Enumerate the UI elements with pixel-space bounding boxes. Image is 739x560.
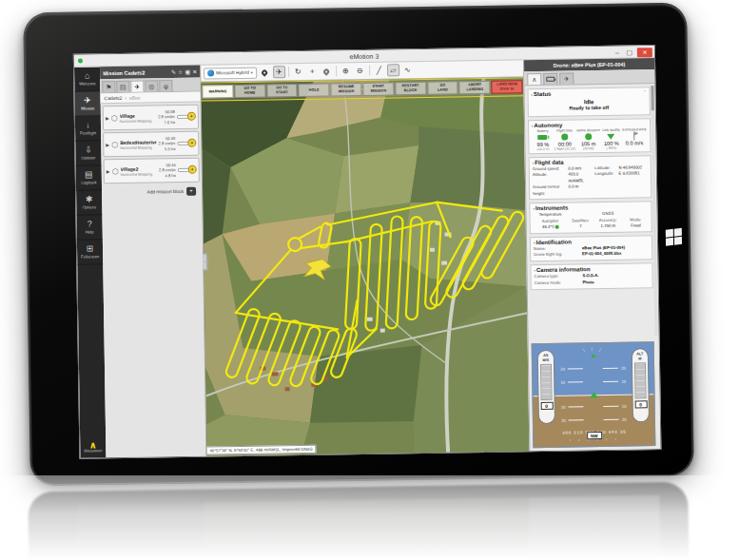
- altitude-value: 0: [634, 400, 647, 408]
- mission-tabs: ⚑ ▤ ✈ ◎ ψ: [100, 78, 200, 94]
- nav-item-help[interactable]: ?Help: [76, 215, 102, 240]
- close-button[interactable]: ✕: [637, 48, 652, 57]
- drone-panel-sections[interactable]: Status ⌃ Idle Ready to take off Autonomy…: [524, 84, 658, 339]
- drone-badge-icon[interactable]: ✈: [187, 139, 196, 147]
- mission-block-list: ▶ ⬡ Village Horizontal Mapping 56:08 2.8…: [101, 103, 203, 203]
- roll-pointer-icon: [590, 354, 595, 357]
- minimize-button[interactable]: –: [613, 48, 622, 57]
- battery-tab[interactable]: [543, 73, 557, 85]
- airspeed-value: 0: [540, 402, 553, 410]
- tab-takeoff[interactable]: ⚑: [102, 81, 115, 92]
- go-to-home-button[interactable]: GO TOHOME: [234, 85, 265, 99]
- toolbar-separator: [369, 66, 370, 76]
- tab-waypoints[interactable]: ◎: [145, 80, 158, 91]
- folder-icon[interactable]: ▣: [185, 68, 190, 75]
- mission-block-row[interactable]: ▶ ⬡ BedestHauterive Horizontal Mapping 5…: [103, 131, 199, 158]
- block-progress: ✈: [177, 139, 196, 148]
- tab-operator[interactable]: ψ: [159, 80, 172, 91]
- close-mission-icon[interactable]: ✕: [192, 68, 197, 75]
- logbook-icon: ▤: [85, 170, 93, 179]
- scene: eMotion 3 – ▢ ✕ ⌂Welcome ✈Mission ↓Postf…: [0, 0, 739, 560]
- artificial-horizon: ⟍ ╵ ⟋ 2020 1010 1010 2020 ASM/S 0: [532, 341, 656, 448]
- section-status: Status ⌃ Idle Ready to take off: [527, 87, 650, 117]
- section-camera: Camera information Camera type: S.O.D.A.…: [530, 262, 652, 290]
- pin-icon: [261, 68, 268, 76]
- drone-mission-icon: ✈: [84, 96, 91, 105]
- drone-badge-icon[interactable]: ✈: [188, 165, 197, 174]
- nav-item-options[interactable]: ✱Options: [76, 190, 102, 215]
- expand-arrow-icon[interactable]: ▶: [106, 115, 109, 121]
- warning-button[interactable]: WARNING: [202, 85, 233, 99]
- drone-tab[interactable]: ✈: [559, 72, 574, 84]
- section-instruments: Instruments Temperature GNSS Autopilot: …: [529, 201, 651, 233]
- start-mission-button[interactable]: STARTMISSION: [362, 82, 394, 96]
- collapse-panel-handle[interactable]: ‹: [203, 253, 207, 270]
- breadcrumb-root[interactable]: Cadets2: [105, 95, 123, 101]
- postflight-icon: ↓: [86, 121, 90, 129]
- add-mission-block-button[interactable]: Add mission block +: [104, 184, 200, 201]
- map-view[interactable]: Route de Bossimens: [201, 77, 529, 456]
- home-icon: ⌂: [85, 71, 90, 80]
- resume-mission-button[interactable]: RESUMEMISSION: [331, 83, 362, 97]
- favorite-icon[interactable]: ☆: [178, 68, 183, 75]
- mission-panel: Mission Cadets2 ✎ ☆ ▣ ✕ ⚑ ▤ ✈ ◎ ψ Ca: [100, 66, 206, 459]
- drone-panel: Drone: eBee Plus (EP-01-004) ∧ ✈ Status …: [523, 58, 660, 452]
- follow-drone-button[interactable]: ✈: [273, 66, 285, 78]
- go-land-button[interactable]: GOLAND: [427, 81, 458, 95]
- measure-button[interactable]: ╱: [373, 65, 385, 77]
- nav-item-logbook[interactable]: ▤Logbook: [76, 165, 102, 190]
- land-now-button[interactable]: LAND NOWClick 3x: [491, 80, 522, 94]
- block-progress: ✈: [177, 112, 196, 122]
- chevron-up-icon[interactable]: ⌃: [643, 89, 646, 94]
- mission-block-row[interactable]: ▶ ⬡ Village2 Horizontal Mapping 56:44 2.…: [104, 158, 200, 184]
- maximize-button[interactable]: ▢: [625, 48, 634, 57]
- abort-landing-button[interactable]: ABORTLANDING: [459, 81, 491, 95]
- toolbar-separator: [288, 67, 289, 77]
- section-identification: Identification Name: eBee Plus (EP-01-00…: [530, 235, 652, 262]
- heading-value: NW: [587, 432, 602, 439]
- draw-line-button[interactable]: ∿: [401, 64, 414, 76]
- tab-layers[interactable]: ▤: [116, 81, 129, 92]
- fullscreen-icon: ⊞: [87, 244, 94, 253]
- mapping-block-icon: ⬡: [111, 113, 118, 122]
- expand-arrow-icon[interactable]: ▶: [107, 168, 110, 174]
- restart-block-button[interactable]: RESTARTBLOCK: [395, 82, 426, 96]
- locate-drone-button[interactable]: [259, 66, 271, 78]
- nav-item-fullscreen[interactable]: ⊞Fullscreen: [77, 240, 103, 264]
- expand-arrow-icon[interactable]: ▶: [106, 142, 109, 147]
- pan-map-button[interactable]: +: [306, 66, 319, 78]
- nav-spacer: [77, 264, 106, 435]
- disconnect-button[interactable]: ∧ Disconnect: [80, 435, 106, 458]
- mission-block-row[interactable]: ▶ ⬡ Village Horizontal Mapping 56:08 2.8…: [103, 105, 199, 131]
- nav-item-updater[interactable]: ⇩Updater: [75, 141, 101, 165]
- go-to-start-button[interactable]: GO TOSTART: [266, 84, 298, 98]
- map-canvas[interactable]: Route de Bossimens: [201, 77, 529, 456]
- nav-item-mission[interactable]: ✈Mission: [74, 91, 100, 116]
- temperature-ok-led: [555, 225, 559, 229]
- airspeed-gauge: ASM/S 0: [537, 350, 555, 424]
- section-flight-data: Flight data Ground speed: 0.0 m/s Latitu…: [529, 155, 652, 200]
- window-title: eMotion 3: [349, 52, 379, 59]
- basemap-select[interactable]: Microsoft Hybrid ▾: [204, 67, 257, 79]
- collapse-all-tab[interactable]: ∧: [527, 73, 541, 85]
- block-progress: ✈: [178, 165, 197, 175]
- options-gear-icon: ✱: [86, 195, 93, 203]
- nav-item-welcome[interactable]: ⌂Welcome: [74, 67, 100, 91]
- tablet-frame: eMotion 3 – ▢ ✕ ⌂Welcome ✈Mission ↓Postf…: [23, 3, 694, 487]
- battery-icon: [538, 135, 548, 140]
- airspeed-tape: [540, 364, 553, 400]
- zoom-out-button[interactable]: ⊖: [354, 65, 366, 77]
- section-autonomy: Autonomy Battery Flight time Home distan…: [528, 118, 651, 154]
- drop-pin-button[interactable]: [321, 65, 333, 77]
- reflection-fade: [0, 475, 739, 560]
- link-quality-icon: [608, 133, 615, 139]
- zoom-in-button[interactable]: ⊕: [340, 65, 352, 77]
- tab-drone-plan[interactable]: ✈: [130, 81, 144, 92]
- draw-area-button[interactable]: ▱: [387, 64, 399, 76]
- hold-button[interactable]: HOLD: [299, 83, 330, 97]
- scrollbar-thumb[interactable]: [651, 86, 653, 110]
- rotate-map-button[interactable]: ↻: [292, 66, 304, 78]
- drone-badge-icon[interactable]: ✈: [187, 112, 196, 121]
- edit-mission-icon[interactable]: ✎: [171, 68, 176, 75]
- nav-item-postflight[interactable]: ↓Postflight: [75, 116, 101, 141]
